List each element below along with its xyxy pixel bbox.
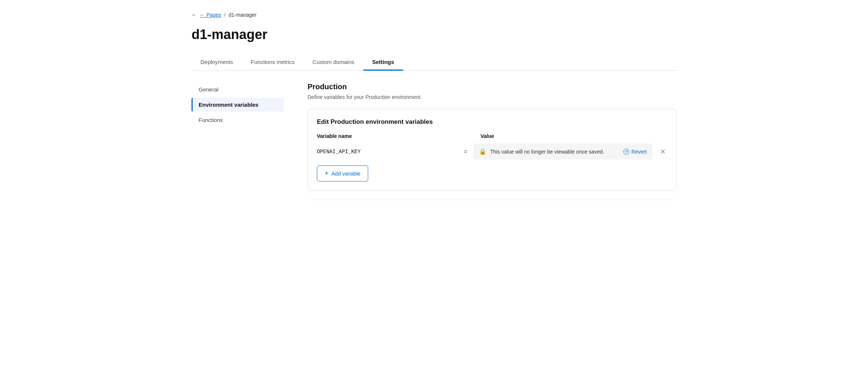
edit-box-title: Edit Production environment variables — [317, 118, 667, 126]
variable-value-text: This value will no longer be viewable on… — [490, 149, 614, 155]
header-variable-name: Variable name — [317, 133, 458, 139]
revert-circle-icon: ↺ — [623, 149, 629, 155]
add-variable-button[interactable]: + Add variable — [317, 165, 368, 181]
section-title: Production — [308, 83, 676, 91]
breadcrumb-current: d1-manager — [228, 12, 257, 18]
tab-custom-domains[interactable]: Custom domains — [303, 54, 363, 71]
sidebar-item-functions[interactable]: Functions — [192, 113, 284, 127]
add-variable-label: Add variable — [332, 171, 361, 177]
equals-sign: = — [458, 148, 473, 155]
main-content: Production Define variables for your Pro… — [296, 83, 676, 200]
tab-deployments[interactable]: Deployments — [192, 54, 242, 71]
sidebar-item-environment-variables[interactable]: Environment variables — [192, 98, 284, 112]
lock-icon: 🔒 — [479, 148, 486, 155]
back-arrow-icon: ← — [192, 12, 197, 18]
breadcrumb-pages-link[interactable]: ← Pages — [200, 12, 221, 18]
plus-icon: + — [325, 170, 329, 177]
page-title: d1-manager — [192, 27, 676, 42]
sidebar-item-general[interactable]: General — [192, 83, 284, 96]
tab-settings[interactable]: Settings — [363, 54, 403, 71]
edit-production-box: Edit Production environment variables Va… — [308, 109, 676, 191]
table-row: OPENAI_API_KEY = 🔒 This value will no lo… — [317, 144, 667, 160]
breadcrumb: ← ← Pages / d1-manager — [192, 12, 676, 18]
breadcrumb-separator: / — [224, 12, 226, 18]
tabs-nav: Deployments Functions metrics Custom dom… — [192, 54, 676, 71]
tab-functions-metrics[interactable]: Functions metrics — [242, 54, 304, 71]
sidebar: General Environment variables Functions — [192, 83, 296, 200]
content-layout: General Environment variables Functions … — [192, 83, 676, 200]
divider — [308, 200, 676, 200]
variable-value-container: 🔒 This value will no longer be viewable … — [473, 144, 653, 160]
section-description: Define variables for your Production env… — [308, 94, 676, 100]
variable-name: OPENAI_API_KEY — [317, 149, 458, 155]
revert-label: Revert — [631, 149, 647, 155]
header-value: Value — [480, 133, 494, 139]
close-button[interactable]: ✕ — [659, 146, 667, 157]
variable-headers: Variable name Value — [317, 133, 667, 139]
revert-button[interactable]: ↺ Revert — [623, 149, 647, 155]
